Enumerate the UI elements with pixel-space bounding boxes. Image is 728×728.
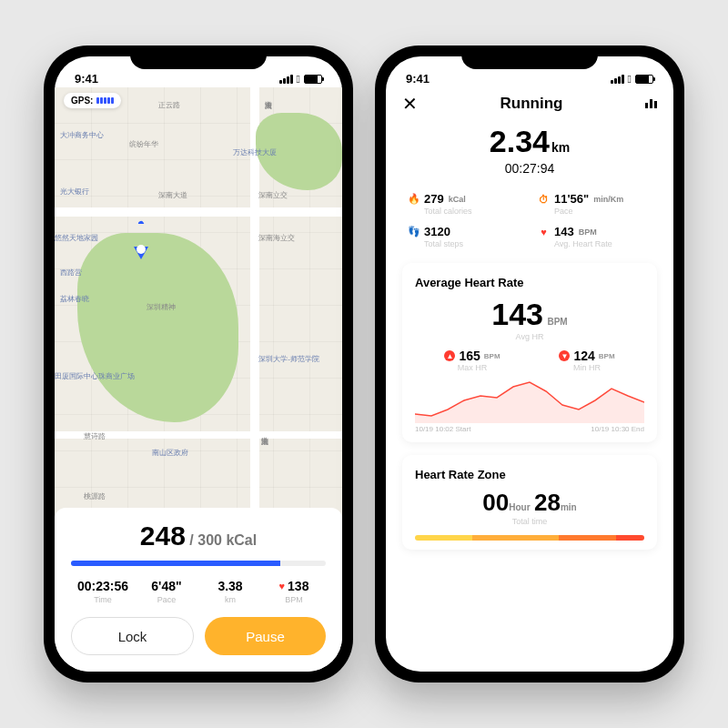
distance-unit: km <box>551 140 570 155</box>
status-time: 9:41 <box>75 72 98 86</box>
battery-icon <box>635 75 653 84</box>
fire-icon: 🔥 <box>408 193 420 205</box>
progress-bar <box>71 561 326 566</box>
notch <box>461 46 598 69</box>
map-label: 深圳大学-师范学院 <box>258 354 319 364</box>
calories-goal: / 300 kCal <box>189 532 257 548</box>
stat-label: Total steps <box>424 239 521 248</box>
gps-indicator: GPS: <box>64 93 121 108</box>
phone-left: 9:41 􀙇 GPS: 正云路 南海大道 大冲商务中心 缤纷年华 万达科技大厦 … <box>44 46 353 682</box>
map-label: 慧诗路 <box>84 431 106 441</box>
metric-label: Time <box>71 595 135 604</box>
hr-min-max: ▲165BPM Max HR ▼124BPM Min HR <box>415 349 644 372</box>
card-title: Average Heart Rate <box>415 276 644 289</box>
min-hr: ▼124BPM Min HR <box>559 349 614 372</box>
battery-icon <box>304 75 322 84</box>
gps-label: GPS: <box>71 96 93 106</box>
stats-button[interactable] <box>645 99 657 108</box>
lock-button[interactable]: Lock <box>71 617 194 655</box>
card-title: Heart Rate Zone <box>415 468 644 481</box>
duration-value: 00:27:94 <box>402 161 657 176</box>
metrics-row: 00:23:56 Time 6'48" Pace 3.38 km ♥138 BP… <box>71 579 326 604</box>
map-label: 南山区政府 <box>152 448 188 458</box>
metric-label: Pace <box>135 595 198 604</box>
page-title: Running <box>500 95 563 113</box>
map-park <box>77 233 238 422</box>
stat-pace: ⏱11'56"min/Km Pace <box>538 192 652 216</box>
clock-icon: ⏱ <box>538 193 550 205</box>
heart-icon: ♥ <box>279 581 286 592</box>
max-hr: ▲165BPM Max HR <box>444 349 500 372</box>
metric-pace: 6'48" Pace <box>135 579 198 604</box>
avg-hr-display: 143 BPM Avg HR <box>415 297 644 341</box>
summary-body[interactable]: 2.34km 00:27:94 🔥279kCal Total calories … <box>386 124 673 672</box>
status-right: 􀙇 <box>611 73 653 86</box>
hr-zone-card: Heart Rate Zone 00Hour 28min Total time <box>402 455 657 550</box>
metric-value: ♥138 <box>262 579 326 593</box>
status-time: 9:41 <box>406 72 430 86</box>
map-label: 深圳精神 <box>147 302 176 312</box>
map-label: 悠然天地家园 <box>55 233 98 243</box>
chart-x-labels: 10/19 10:02 Start 10/19 10:30 End <box>415 425 644 433</box>
stat-label: Total calories <box>424 207 521 216</box>
wifi-icon: 􀙇 <box>628 73 632 86</box>
action-buttons: Lock Pause <box>71 617 326 655</box>
metric-bpm: ♥138 BPM <box>262 579 326 604</box>
heart-icon: ♥ <box>538 226 550 238</box>
distance-value: 2.34 <box>490 124 550 158</box>
pause-button[interactable]: Pause <box>205 617 326 655</box>
arrow-down-icon: ▼ <box>559 350 570 361</box>
zone-total-time: 00Hour 28min Total time <box>415 489 644 526</box>
current-location-marker <box>134 247 148 259</box>
stat-label: Pace <box>554 207 652 216</box>
stat-avg-hr: ♥143BPM Avg. Heart Rate <box>538 225 652 248</box>
calories-burned: 248 <box>140 521 186 551</box>
notch <box>130 46 267 69</box>
map-label: 桃源路 <box>84 491 106 501</box>
zone-bar <box>415 535 644 541</box>
map-label: 西路营 <box>60 268 82 278</box>
distance-display: 2.34km 00:27:94 <box>402 124 657 176</box>
avg-hr-card: Average Heart Rate 143 BPM Avg HR ▲165BP… <box>402 263 657 442</box>
avg-hr-value: 143 <box>491 297 543 331</box>
stat-steps: 👣3120 Total steps <box>408 225 521 248</box>
calorie-progress: 248 / 300 kCal <box>71 521 326 551</box>
metric-value: 3.38 <box>198 579 262 593</box>
metric-label: km <box>198 595 262 604</box>
cellular-icon <box>611 75 624 84</box>
map-label: 深南海立交 <box>258 233 295 243</box>
activity-panel: 248 / 300 kCal 00:23:56 Time 6'48" Pace … <box>55 508 342 672</box>
close-button[interactable]: ✕ <box>402 93 418 115</box>
wifi-icon: 􀙇 <box>297 73 300 86</box>
cellular-icon <box>279 75 293 84</box>
footsteps-icon: 👣 <box>408 226 420 238</box>
metric-label: BPM <box>262 595 326 604</box>
stats-grid: 🔥279kCal Total calories ⏱11'56"min/Km Pa… <box>408 192 652 248</box>
metric-time: 00:23:56 Time <box>71 579 135 604</box>
nav-bar: ✕ Running <box>386 87 673 124</box>
metric-distance: 3.38 km <box>198 579 262 604</box>
map-label: 荔林春晓 <box>60 294 89 304</box>
stat-label: Avg. Heart Rate <box>554 239 652 248</box>
phone-right: 9:41 􀙇 ✕ Running 2.34km 00:27:94 🔥279kCa… <box>375 46 684 682</box>
metric-value: 6'48" <box>135 579 198 593</box>
map-view[interactable]: 正云路 南海大道 大冲商务中心 缤纷年华 万达科技大厦 光大银行 深南大道 深南… <box>55 87 342 517</box>
stat-calories: 🔥279kCal Total calories <box>408 192 521 216</box>
gps-strength-icon <box>96 97 114 104</box>
map-label: 田厦国际中心珠商业广场 <box>55 371 135 381</box>
arrow-up-icon: ▲ <box>444 350 455 361</box>
hr-chart <box>415 378 644 423</box>
metric-value: 00:23:56 <box>71 579 135 593</box>
status-right: 􀙇 <box>279 73 322 86</box>
